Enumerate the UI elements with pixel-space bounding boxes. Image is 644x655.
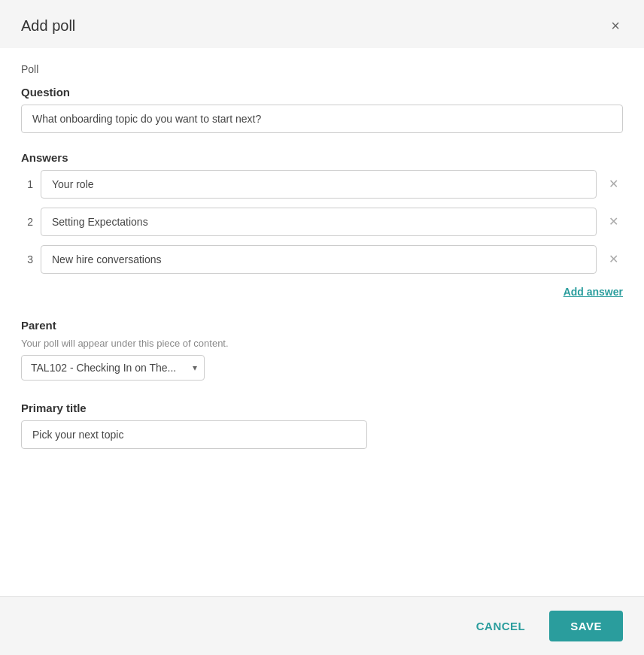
answer-input-2[interactable] [41, 208, 597, 236]
remove-answer-3-button[interactable]: ✕ [604, 250, 623, 268]
add-answer-button[interactable]: Add answer [564, 283, 623, 301]
add-poll-modal: Add poll × Poll Question Answers 1 ✕ 2 ✕… [0, 0, 644, 655]
answers-label: Answers [21, 151, 623, 164]
parent-select[interactable]: TAL102 - Checking In on The... [21, 355, 205, 381]
parent-select-wrapper: TAL102 - Checking In on The... ▾ [21, 355, 205, 381]
question-input[interactable] [21, 105, 623, 133]
question-label: Question [21, 86, 623, 99]
remove-answer-2-button[interactable]: ✕ [604, 213, 623, 231]
answer-row-1: 1 ✕ [21, 170, 623, 199]
answer-number-1: 1 [21, 178, 33, 190]
answer-number-2: 2 [21, 216, 33, 228]
parent-section: Parent Your poll will appear under this … [21, 319, 623, 381]
answer-row-3: 3 ✕ [21, 245, 623, 274]
cancel-button[interactable]: CANCEL [461, 612, 541, 640]
primary-title-section: Primary title [21, 402, 623, 449]
modal-header: Add poll × [0, 0, 644, 48]
answer-number-3: 3 [21, 253, 33, 265]
close-button[interactable]: × [608, 15, 623, 36]
parent-hint: Your poll will appear under this piece o… [21, 338, 623, 349]
modal-body: Poll Question Answers 1 ✕ 2 ✕ 3 ✕ Add an… [0, 48, 644, 596]
answer-row-2: 2 ✕ [21, 208, 623, 236]
parent-label: Parent [21, 319, 623, 332]
answer-input-1[interactable] [41, 170, 597, 199]
modal-footer: CANCEL SAVE [0, 596, 644, 655]
primary-title-label: Primary title [21, 402, 623, 414]
answers-section: Answers 1 ✕ 2 ✕ 3 ✕ Add answer [21, 151, 623, 301]
remove-answer-1-button[interactable]: ✕ [604, 175, 623, 193]
answer-input-3[interactable] [41, 245, 597, 274]
poll-section-label: Poll [21, 63, 623, 75]
primary-title-input[interactable] [21, 420, 367, 449]
modal-title: Add poll [21, 17, 75, 35]
save-button[interactable]: SAVE [549, 611, 623, 641]
